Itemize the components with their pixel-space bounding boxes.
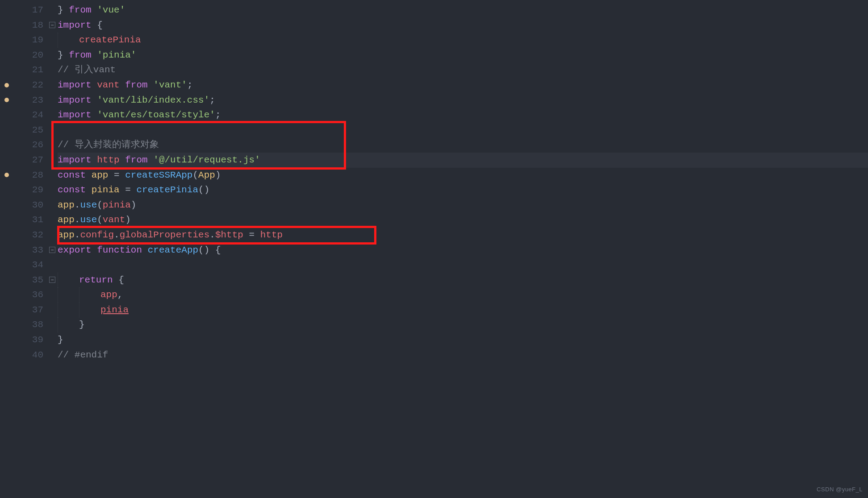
code-line[interactable]: } from 'pinia' xyxy=(58,48,868,63)
code-line[interactable]: const app = createSSRApp(App) xyxy=(58,168,868,183)
fold-marker xyxy=(47,153,58,168)
line-number: 28 xyxy=(13,168,43,183)
fold-marker xyxy=(47,257,58,273)
fold-marker[interactable]: − xyxy=(47,18,58,33)
code-area[interactable]: } from 'vue'import {createPinia} from 'p… xyxy=(58,0,868,498)
fold-marker xyxy=(47,332,58,348)
line-number: 31 xyxy=(13,212,43,228)
modified-line-dot xyxy=(4,173,9,177)
code-line[interactable]: pinia xyxy=(58,303,868,318)
fold-marker xyxy=(47,108,58,123)
code-editor[interactable]: 1718192021222324252627282930313233343536… xyxy=(0,0,868,498)
line-number: 24 xyxy=(13,108,43,123)
code-line[interactable]: import http from '@/util/request.js' xyxy=(58,153,868,168)
code-line[interactable]: } xyxy=(58,332,868,348)
modified-line-dot xyxy=(4,98,9,102)
line-number: 30 xyxy=(13,198,43,213)
code-line[interactable]: import { xyxy=(58,18,868,33)
code-line[interactable]: } xyxy=(58,317,868,332)
code-line[interactable]: export function createApp() { xyxy=(58,243,868,258)
fold-marker xyxy=(47,62,58,78)
line-number: 18 xyxy=(13,18,43,33)
fold-marker xyxy=(47,93,58,108)
fold-marker xyxy=(47,48,58,63)
modified-line-dot xyxy=(4,83,9,87)
fold-marker xyxy=(47,137,58,153)
code-line[interactable]: // 导入封装的请求对象 xyxy=(58,137,868,153)
code-line[interactable] xyxy=(58,257,868,273)
line-number: 37 xyxy=(13,303,43,318)
line-number: 35 xyxy=(13,273,43,288)
code-line[interactable]: import 'vant/lib/index.css'; xyxy=(58,93,868,108)
watermark: CSDN @yueF_L xyxy=(817,485,863,494)
line-number: 40 xyxy=(13,348,43,363)
fold-marker[interactable]: − xyxy=(47,273,58,288)
code-line[interactable]: const pinia = createPinia() xyxy=(58,183,868,198)
line-number: 29 xyxy=(13,183,43,198)
code-line[interactable]: return { xyxy=(58,273,868,288)
fold-marker xyxy=(47,212,58,228)
modified-marker-bar xyxy=(0,0,13,498)
line-number: 27 xyxy=(13,153,43,168)
code-line[interactable]: // 引入vant xyxy=(58,62,868,78)
line-number: 23 xyxy=(13,93,43,108)
code-line[interactable]: import vant from 'vant'; xyxy=(58,78,868,93)
code-line[interactable]: app.use(vant) xyxy=(58,212,868,228)
code-line[interactable]: app.config.globalProperties.$http = http xyxy=(58,228,868,243)
fold-marker xyxy=(47,123,58,138)
fold-marker xyxy=(47,198,58,213)
fold-marker xyxy=(47,168,58,183)
code-line[interactable]: import 'vant/es/toast/style'; xyxy=(58,108,868,123)
fold-marker xyxy=(47,348,58,363)
code-line[interactable]: createPinia xyxy=(58,33,868,48)
code-line[interactable]: app.use(pinia) xyxy=(58,198,868,213)
line-number: 21 xyxy=(13,62,43,78)
line-number-gutter: 1718192021222324252627282930313233343536… xyxy=(13,0,47,498)
line-number: 38 xyxy=(13,317,43,332)
code-line[interactable]: } from 'vue' xyxy=(58,3,868,18)
line-number: 33 xyxy=(13,243,43,258)
code-line[interactable]: // #endif xyxy=(58,348,868,363)
line-number: 34 xyxy=(13,257,43,273)
line-number: 17 xyxy=(13,3,43,18)
fold-marker xyxy=(47,183,58,198)
fold-marker xyxy=(47,78,58,93)
fold-marker xyxy=(47,33,58,48)
fold-marker xyxy=(47,303,58,318)
line-number: 32 xyxy=(13,228,43,243)
code-line[interactable] xyxy=(58,123,868,138)
fold-marker xyxy=(47,228,58,243)
line-number: 20 xyxy=(13,48,43,63)
code-line[interactable]: app, xyxy=(58,287,868,303)
fold-column: −−− xyxy=(47,0,58,498)
line-number: 22 xyxy=(13,78,43,93)
fold-marker[interactable]: − xyxy=(47,243,58,258)
line-number: 19 xyxy=(13,33,43,48)
fold-marker xyxy=(47,317,58,332)
line-number: 25 xyxy=(13,123,43,138)
fold-marker xyxy=(47,3,58,18)
line-number: 36 xyxy=(13,287,43,303)
line-number: 26 xyxy=(13,137,43,153)
fold-marker xyxy=(47,287,58,303)
line-number: 39 xyxy=(13,332,43,348)
